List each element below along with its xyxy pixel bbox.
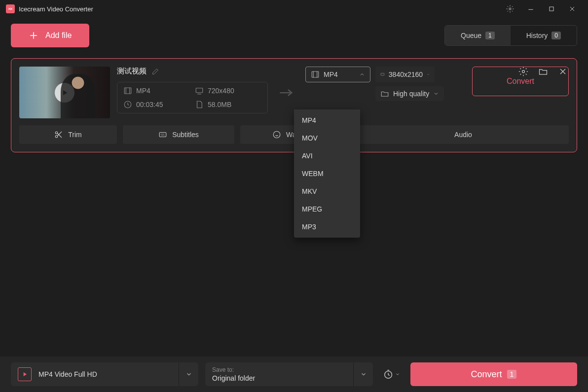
chevron-down-icon bbox=[433, 91, 439, 97]
film-icon bbox=[123, 86, 132, 95]
svg-rect-2 bbox=[550, 7, 553, 11]
svg-text:CC: CC bbox=[161, 133, 165, 136]
format-dropdown: MP4 MOV AVI WEBM MKV MPEG MP3 bbox=[294, 109, 360, 238]
format-option[interactable]: MKV bbox=[294, 182, 360, 200]
minimize-icon bbox=[527, 5, 535, 13]
film-icon bbox=[311, 70, 320, 79]
tab-history-count: 0 bbox=[551, 32, 561, 39]
svg-point-20 bbox=[56, 136, 58, 138]
gear-icon bbox=[518, 67, 528, 76]
svg-point-25 bbox=[273, 131, 280, 138]
chevron-up-icon bbox=[359, 71, 365, 77]
resolution-icon bbox=[195, 86, 204, 95]
toolbar: Add file Queue 1 History 0 bbox=[0, 18, 588, 53]
output-format-select[interactable]: MP4 bbox=[305, 67, 370, 82]
file-settings-button[interactable] bbox=[518, 67, 528, 76]
output-quality-select[interactable]: High quality bbox=[375, 86, 444, 101]
format-option[interactable]: MPEG bbox=[294, 200, 360, 218]
app-logo bbox=[6, 4, 15, 13]
source-size: 58.0MB bbox=[195, 100, 261, 109]
subtitles-button[interactable]: CC Subtitles bbox=[123, 125, 234, 144]
scissors-icon bbox=[54, 130, 63, 139]
convert-all-button[interactable]: Convert 1 bbox=[410, 362, 577, 386]
svg-rect-10 bbox=[124, 88, 131, 94]
close-icon bbox=[568, 5, 576, 13]
svg-rect-18 bbox=[381, 73, 384, 75]
clock-icon bbox=[123, 100, 132, 109]
trim-button[interactable]: Trim bbox=[19, 125, 117, 144]
svg-line-21 bbox=[58, 134, 62, 138]
maximize-button[interactable] bbox=[542, 0, 561, 18]
svg-point-7 bbox=[522, 71, 525, 73]
video-preset-icon bbox=[18, 367, 32, 381]
convert-count: 1 bbox=[507, 370, 517, 379]
file-name: 测试视频 bbox=[117, 67, 147, 76]
gear-icon bbox=[506, 5, 514, 13]
svg-rect-15 bbox=[312, 71, 319, 77]
tab-history-label: History bbox=[526, 32, 548, 39]
video-thumbnail[interactable] bbox=[19, 67, 110, 118]
format-option[interactable]: MOV bbox=[294, 129, 360, 147]
svg-point-0 bbox=[509, 8, 511, 10]
source-duration: 00:03:45 bbox=[123, 100, 190, 109]
watermark-icon bbox=[272, 130, 281, 139]
remove-file-button[interactable] bbox=[558, 67, 568, 76]
source-info: MP4 720x480 00:03:45 58.0MB bbox=[117, 82, 268, 113]
format-option[interactable]: AVI bbox=[294, 147, 360, 165]
app-title: Icecream Video Converter bbox=[19, 5, 500, 13]
audio-button[interactable]: Audio bbox=[358, 125, 569, 144]
preset-select[interactable]: MP4 Video Full HD bbox=[11, 362, 198, 386]
chevron-down-icon bbox=[395, 372, 400, 377]
clock-icon bbox=[383, 369, 394, 380]
add-file-button[interactable]: Add file bbox=[11, 24, 89, 47]
close-icon bbox=[558, 67, 568, 76]
chevron-down-icon bbox=[185, 371, 192, 378]
source-resolution: 720x480 bbox=[195, 86, 261, 95]
svg-line-22 bbox=[58, 132, 62, 136]
title-bar: Icecream Video Converter bbox=[0, 0, 588, 18]
svg-rect-13 bbox=[196, 88, 203, 93]
source-format: MP4 bbox=[123, 86, 190, 95]
format-option[interactable]: MP3 bbox=[294, 218, 360, 236]
tab-queue[interactable]: Queue 1 bbox=[445, 26, 511, 45]
preset-chevron[interactable] bbox=[179, 362, 198, 386]
folder-icon bbox=[380, 89, 389, 98]
tab-queue-label: Queue bbox=[461, 32, 481, 39]
output-resolution-select[interactable]: 3840x2160 bbox=[375, 67, 435, 82]
file-icon bbox=[195, 100, 204, 109]
add-file-label: Add file bbox=[45, 31, 72, 40]
cc-icon: CC bbox=[158, 130, 167, 139]
format-option[interactable]: MP4 bbox=[294, 111, 360, 129]
edit-name-button[interactable] bbox=[151, 68, 159, 75]
minimize-button[interactable] bbox=[521, 0, 541, 18]
plus-icon bbox=[29, 31, 38, 40]
close-button[interactable] bbox=[562, 0, 582, 18]
maximize-icon bbox=[548, 5, 555, 13]
chevron-down-icon bbox=[427, 71, 430, 77]
tabs: Queue 1 History 0 bbox=[444, 25, 577, 46]
tab-history[interactable]: History 0 bbox=[511, 26, 577, 45]
tab-queue-count: 1 bbox=[485, 32, 495, 39]
bottom-bar: MP4 Video Full HD Save to: Original fold… bbox=[0, 356, 588, 392]
open-folder-button[interactable] bbox=[538, 67, 548, 76]
chevron-down-icon bbox=[360, 371, 367, 378]
settings-button[interactable] bbox=[500, 0, 520, 18]
save-to-select[interactable]: Save to: Original folder bbox=[205, 362, 373, 386]
folder-icon bbox=[538, 67, 548, 76]
format-option[interactable]: WEBM bbox=[294, 165, 360, 182]
schedule-button[interactable] bbox=[380, 362, 404, 386]
svg-point-19 bbox=[56, 132, 58, 134]
resolution-icon bbox=[380, 70, 385, 79]
save-to-chevron[interactable] bbox=[353, 362, 373, 386]
